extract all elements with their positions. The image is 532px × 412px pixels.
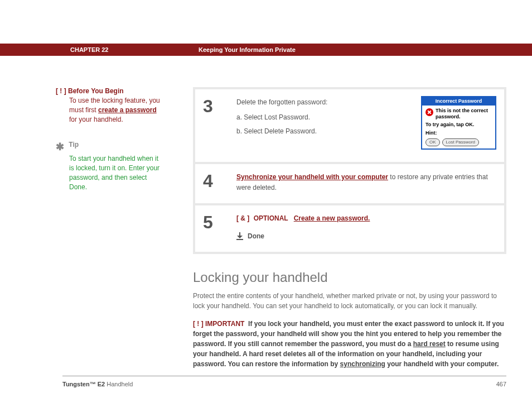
footer-page-number: 467: [496, 381, 506, 387]
synchronize-link[interactable]: Synchronize your handheld with your comp…: [236, 173, 388, 181]
header-title: Keeping Your Information Private: [199, 46, 296, 53]
tip-label: Tip: [69, 141, 79, 148]
step-number: 3: [203, 97, 236, 152]
done-arrow-icon: [236, 232, 243, 240]
dialog-lost-password-button[interactable]: Lost Password: [442, 138, 479, 146]
section-body: Protect the entire contents of your hand…: [193, 291, 506, 311]
tip-block: ✱ Tip To start your handheld when it is …: [56, 141, 162, 191]
section-title: Locking your handheld: [193, 270, 506, 285]
done-row: Done: [236, 231, 495, 242]
create-new-password-link[interactable]: Create a new password.: [294, 214, 370, 222]
dialog-title: Incorrect Password: [422, 97, 495, 106]
dialog-try-text: To try again, tap OK.: [425, 122, 492, 128]
main-content: 3 Delete the forgotten password: a. Sele…: [193, 87, 506, 369]
dialog-message: This is not the correct password.: [436, 108, 492, 120]
step-5: 5 [ & ] OPTIONAL Create a new password. …: [195, 205, 504, 251]
step3-a: a. Select Lost Password.: [236, 112, 412, 123]
important-marker: [ ! ]: [193, 320, 204, 328]
header-bar: CHAPTER 22 Keeping Your Information Priv…: [0, 44, 532, 56]
before-begin-body: To use the locking feature, you must fir…: [69, 96, 162, 124]
important-label: IMPORTANT: [205, 320, 244, 328]
step-number: 5: [203, 213, 236, 241]
create-password-link[interactable]: create a password: [98, 106, 157, 114]
footer-product-name: Tungsten™ E2: [62, 381, 105, 387]
optional-label: OPTIONAL: [254, 214, 288, 222]
step3-lead: Delete the forgotten password:: [236, 97, 412, 108]
step-3: 3 Delete the forgotten password: a. Sele…: [195, 89, 504, 162]
sidebar: [ ! ] Before You Begin To use the lockin…: [56, 87, 162, 192]
incorrect-password-dialog: Incorrect Password This is not the corre…: [421, 96, 496, 150]
before-begin-post: for your handheld.: [69, 116, 123, 123]
before-you-begin: [ ! ] Before You Begin To use the lockin…: [56, 87, 162, 124]
important-text-3: your handheld with your computer.: [385, 360, 499, 368]
hard-reset-link[interactable]: hard reset: [413, 340, 446, 348]
dialog-hint-label: Hint:: [425, 130, 492, 136]
dialog-ok-button[interactable]: OK: [425, 138, 440, 146]
important-block: [ ! ] IMPORTANT If you lock your handhel…: [193, 319, 506, 369]
step-4: 4 Synchronize your handheld with your co…: [195, 164, 504, 203]
asterisk-icon: ✱: [56, 141, 67, 153]
step3-b: b. Select Delete Password.: [236, 126, 412, 137]
alert-marker: [ ! ]: [56, 87, 66, 95]
footer-product: Tungsten™ E2 Handheld: [62, 381, 133, 387]
before-begin-title: Before You Begin: [68, 87, 124, 95]
done-label: Done: [248, 231, 264, 242]
footer-divider: [62, 376, 506, 376]
footer: Tungsten™ E2 Handheld 467: [62, 381, 506, 387]
error-icon: [425, 108, 433, 116]
footer-product-rest: Handheld: [105, 381, 133, 387]
step-number: 4: [203, 172, 236, 193]
optional-marker: [ & ]: [236, 214, 249, 222]
header-chapter: CHAPTER 22: [70, 46, 199, 53]
steps-container: 3 Delete the forgotten password: a. Sele…: [193, 87, 506, 254]
synchronizing-link[interactable]: synchronizing: [340, 360, 385, 368]
tip-body: To start your handheld when it is locked…: [69, 154, 162, 191]
